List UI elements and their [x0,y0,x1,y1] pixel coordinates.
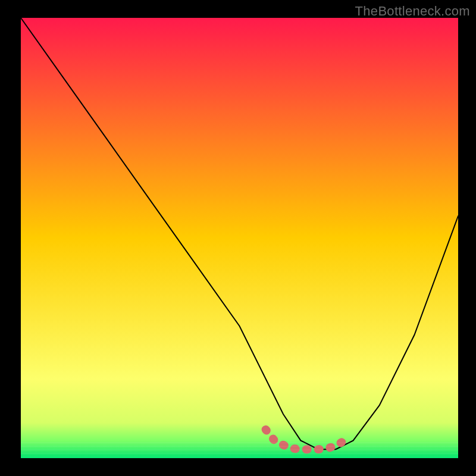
plot-background [21,18,458,458]
chart-stage: TheBottleneck.com [0,0,476,476]
bottleneck-chart [0,0,476,476]
watermark-text: TheBottleneck.com [355,4,470,19]
